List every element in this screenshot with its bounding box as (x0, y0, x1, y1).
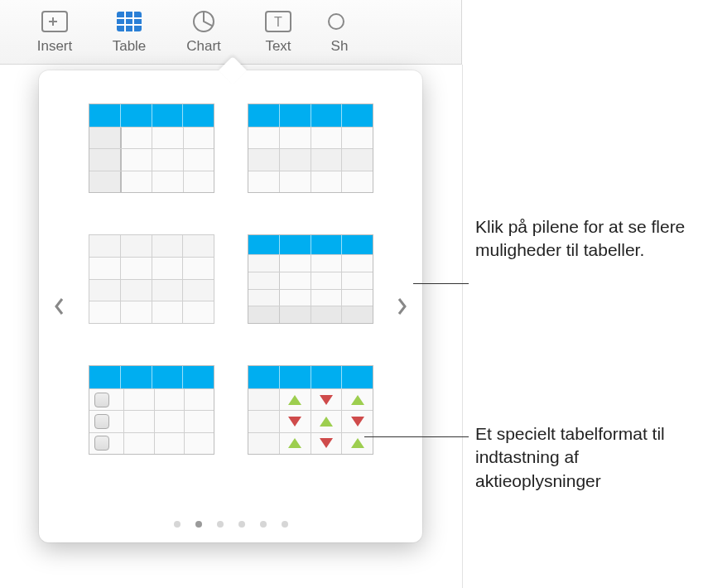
table-styles-popover (39, 70, 422, 542)
toolbar-chart-button[interactable]: Chart (174, 8, 234, 55)
svg-text:T: T (274, 15, 282, 29)
checkbox-icon (94, 393, 109, 407)
callout-stocks-text: Et specielt tabelformat til indtastning … (475, 422, 699, 493)
checkbox-icon (94, 436, 109, 451)
table-style-option[interactable] (89, 234, 214, 324)
toolbar: Insert Table Chart T Text Sh (0, 0, 462, 65)
triangle-down-icon (351, 417, 364, 427)
triangle-up-icon (320, 417, 333, 427)
page-dot[interactable] (217, 521, 224, 528)
callout-leader-line (364, 436, 469, 437)
toolbar-insert-label: Insert (37, 38, 73, 55)
toolbar-chart-label: Chart (186, 38, 221, 55)
triangle-up-icon (288, 395, 301, 405)
toolbar-text-button[interactable]: T Text (248, 8, 308, 55)
insert-icon (38, 8, 71, 35)
table-icon (113, 8, 146, 35)
table-styles-grid (89, 104, 373, 455)
popover-prev-arrow[interactable] (47, 290, 70, 323)
page-dot[interactable] (195, 521, 202, 528)
triangle-up-icon (288, 438, 301, 448)
svg-rect-3 (117, 12, 142, 31)
text-icon: T (262, 8, 295, 35)
table-style-option[interactable] (248, 104, 373, 193)
toolbar-table-label: Table (113, 38, 147, 55)
toolbar-table-button[interactable]: Table (99, 8, 159, 55)
table-style-option[interactable] (248, 234, 373, 324)
toolbar-shape-button[interactable]: Sh (323, 8, 356, 55)
toolbar-insert-button[interactable]: Insert (25, 8, 84, 55)
toolbar-text-label: Text (265, 38, 291, 55)
popover-next-arrow[interactable] (391, 290, 414, 323)
pane-divider (462, 65, 463, 588)
table-style-option[interactable] (89, 365, 214, 455)
triangle-up-icon (351, 395, 364, 405)
page-dot[interactable] (174, 521, 181, 528)
page-dot[interactable] (238, 521, 245, 528)
table-style-option[interactable] (89, 104, 214, 193)
checkbox-icon (94, 414, 109, 429)
table-style-stocks-option[interactable] (248, 365, 373, 455)
page-dot[interactable] (260, 521, 267, 528)
triangle-up-icon (351, 438, 364, 448)
shape-icon (323, 8, 356, 35)
triangle-down-icon (288, 417, 301, 427)
chart-icon (187, 8, 220, 35)
triangle-down-icon (320, 438, 333, 448)
svg-point-11 (329, 14, 344, 29)
callout-leader-line (413, 283, 469, 284)
popover-page-dots (39, 521, 422, 528)
toolbar-shape-label: Sh (331, 38, 349, 55)
callout-arrows-text: Klik på pilene for at se flere mulighede… (475, 215, 699, 263)
page-dot[interactable] (282, 521, 288, 528)
triangle-down-icon (320, 395, 333, 405)
